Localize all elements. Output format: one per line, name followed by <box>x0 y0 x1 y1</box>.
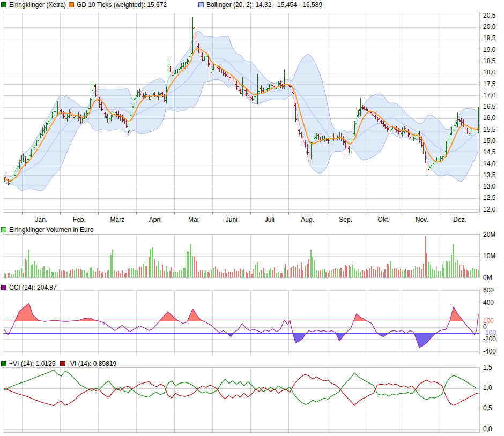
gd10-label: GD 10 Ticks (weighted): 15,672 <box>77 1 167 9</box>
y-tick-label: 17,5 <box>483 81 503 88</box>
x-tick-label: Dez. <box>444 216 476 223</box>
x-axis-tick <box>288 212 289 215</box>
y-tick-label: 16,5 <box>483 103 503 110</box>
y-tick-label: 12,5 <box>483 194 503 201</box>
vi-plot[interactable] <box>3 367 480 433</box>
y-tick-label: 12,0 <box>483 206 503 213</box>
stock-chart-app: Elringklinger (Xetra) GD 10 Ticks (weigh… <box>0 0 504 436</box>
x-axis-tick <box>136 212 137 215</box>
x-tick-label: Jan. <box>25 216 57 223</box>
y-tick-label: 20,5 <box>483 12 503 19</box>
y-tick-label: 600 <box>483 287 503 294</box>
cci-canvas[interactable] <box>3 290 479 355</box>
y-tick-label: 20,0 <box>483 24 503 31</box>
x-tick-label: Mai <box>177 216 210 223</box>
x-tick-label: Aug. <box>292 216 324 223</box>
x-tick-label: Nov. <box>406 216 438 223</box>
x-axis-tick <box>327 212 327 215</box>
y-tick-label: 19,5 <box>483 35 503 42</box>
y-tick-label: 15,0 <box>483 138 503 145</box>
y-tick-label: 14,0 <box>483 161 503 168</box>
x-axis-tick <box>174 212 175 215</box>
x-axis-tick <box>365 212 365 215</box>
x-tick-label: April <box>139 216 172 223</box>
volume-swatch-icon <box>1 227 6 232</box>
x-tick-label: Feb. <box>63 216 95 223</box>
y-tick-label: 14,5 <box>483 149 503 156</box>
gd10-swatch-icon <box>69 2 74 7</box>
x-axis-tick <box>479 212 479 215</box>
bollinger-swatch-icon <box>198 2 204 7</box>
y-tick-label: 1,0 <box>483 385 503 392</box>
price-series-label: Elringklinger (Xetra) <box>9 1 66 9</box>
x-axis-tick <box>250 212 251 215</box>
volume-plot[interactable] <box>3 234 480 278</box>
y-tick-label: 0M <box>483 274 503 281</box>
bollinger-label: Bollinger (20, 2): 14,32 - 15,454 - 16,5… <box>206 1 322 9</box>
x-tick-label: März <box>101 216 134 223</box>
y-tick-label: 20M <box>483 231 503 238</box>
y-tick-label: -400 <box>483 348 503 355</box>
x-tick-label: Juli <box>254 216 286 223</box>
y-tick-label: 13,5 <box>483 172 503 179</box>
x-tick-label: Okt. <box>368 216 400 223</box>
y-tick-label: -200 <box>483 336 503 343</box>
y-tick-label: 19,0 <box>483 47 503 54</box>
vi-legend: +VI (14): 1,0125 -VI (14): 0,85819 <box>0 360 504 368</box>
vi-plus-label: +VI (14): 1,0125 <box>9 360 55 367</box>
x-axis-tick <box>60 212 61 215</box>
y-tick-label: 10M <box>483 253 503 260</box>
x-axis-tick <box>403 212 403 215</box>
y-tick-label: 18,5 <box>483 58 503 65</box>
price-canvas[interactable] <box>3 12 479 212</box>
price-series-swatch-icon <box>1 2 6 7</box>
x-tick-label: Sep. <box>330 216 362 223</box>
cci-plot[interactable] <box>3 290 480 355</box>
x-axis-tick <box>22 212 23 215</box>
y-tick-label: 13,0 <box>483 183 503 190</box>
y-tick-label: 16,0 <box>483 115 503 122</box>
vi-plus-swatch-icon <box>1 361 6 366</box>
volume-label: Elringklinger Volumen in Euro <box>9 226 93 234</box>
main-chart-legend: Elringklinger (Xetra) GD 10 Ticks (weigh… <box>0 1 504 9</box>
y-tick-label: 15,5 <box>483 126 503 133</box>
y-tick-label: 18,0 <box>483 69 503 76</box>
vi-canvas[interactable] <box>3 368 479 432</box>
volume-legend: Elringklinger Volumen in Euro <box>0 226 504 234</box>
vi-minus-label: -VI (14): 0,85819 <box>68 360 116 367</box>
y-tick-label: 400 <box>483 299 503 306</box>
x-axis-tick <box>212 212 213 215</box>
main-price-plot[interactable] <box>3 12 480 213</box>
y-tick-label: 0,5 <box>483 405 503 412</box>
vi-minus-swatch-icon <box>60 361 65 366</box>
y-tick-label: 17,0 <box>483 92 503 99</box>
volume-canvas[interactable] <box>3 235 479 277</box>
x-axis-tick <box>441 212 441 215</box>
y-tick-label: 0,0 <box>483 426 503 433</box>
y-tick-label: 1,5 <box>483 364 503 371</box>
x-axis-tick <box>98 212 99 215</box>
x-tick-label: Juni <box>216 216 248 223</box>
